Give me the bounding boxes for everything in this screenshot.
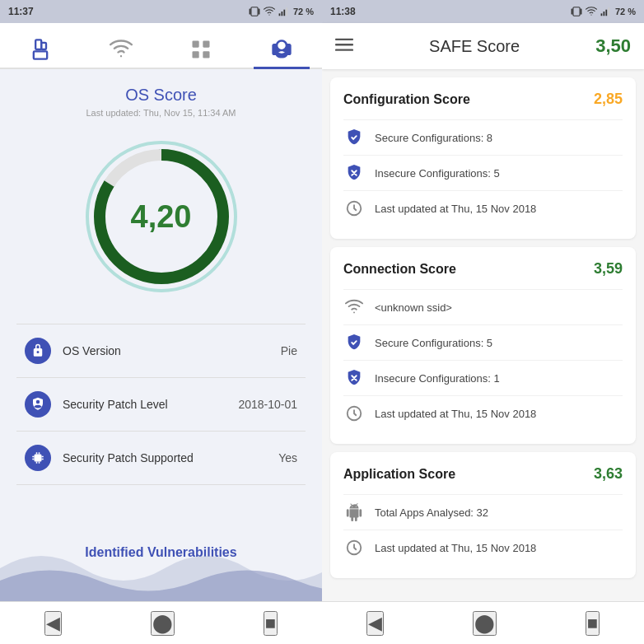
- conn-row-ssid: <unknown ssid>: [343, 289, 623, 324]
- security-patch-label: Security Patch Level: [63, 398, 238, 411]
- app-clock-icon: [343, 537, 365, 558]
- security-patch-supported-value: Yes: [278, 451, 297, 464]
- svg-rect-27: [581, 9, 582, 15]
- shield-x-icon: [345, 164, 363, 182]
- conn-insecure-text: Insecure Configurations: 1: [375, 372, 500, 385]
- wifi-tab-icon: [110, 38, 133, 61]
- svg-rect-19: [32, 459, 34, 460]
- security-patch-icon: [25, 391, 51, 418]
- security-patch-row: Security Patch Level 2018-10-01: [16, 377, 306, 431]
- svg-rect-26: [572, 9, 573, 15]
- right-back-button[interactable]: ◀: [366, 611, 384, 636]
- right-recents-button[interactable]: ■: [586, 611, 600, 636]
- left-panel: 11:37 72 %: [0, 0, 322, 644]
- svg-rect-2: [251, 7, 258, 16]
- config-updated-text: Last updated at Thu, 15 Nov 2018: [375, 203, 536, 215]
- clock-icon3: [345, 539, 363, 557]
- svg-rect-30: [603, 12, 604, 16]
- right-battery: 72 %: [615, 7, 636, 16]
- right-title: SAFE Score: [353, 37, 595, 56]
- safe-score-value: 3,50: [595, 35, 631, 57]
- chip-icon: [30, 450, 45, 465]
- config-title: Configuration Score: [343, 92, 470, 107]
- os-tab-icon: [270, 38, 293, 61]
- conn-title: Connection Score: [343, 262, 456, 277]
- conn-updated-text: Last updated at Thu, 15 Nov 2018: [375, 408, 536, 420]
- security-patch-supported-label: Security Patch Supported: [63, 451, 278, 464]
- config-score: 2,85: [594, 91, 623, 108]
- svg-rect-35: [335, 49, 353, 50]
- gauge-container: 4,20: [79, 134, 244, 299]
- clock-icon: [345, 199, 363, 217]
- app-updated-text: Last updated at Thu, 15 Nov 2018: [375, 542, 536, 554]
- app-score: 3,63: [594, 465, 623, 483]
- left-battery: 72 %: [293, 7, 314, 16]
- nav-tab-apps[interactable]: [173, 31, 229, 68]
- clock-icon2: [345, 404, 363, 422]
- recents-button[interactable]: ■: [264, 611, 278, 636]
- app-row-total: Total Apps Analysed: 32: [343, 494, 623, 530]
- hamburger-menu[interactable]: [335, 35, 353, 58]
- app-title: Application Score: [343, 467, 455, 482]
- home-button[interactable]: ⬤: [151, 611, 175, 636]
- gauge-value: 4,20: [131, 199, 192, 235]
- conn-ssid-text: <unknown ssid>: [375, 301, 452, 314]
- last-updated: Last updated: Thu, Nov 15, 11:34 AM: [86, 108, 236, 118]
- conn-insecure-icon: [343, 367, 365, 389]
- config-card-header: Configuration Score 2,85: [343, 91, 623, 108]
- svg-rect-33: [335, 38, 353, 40]
- nav-tab-os[interactable]: [254, 31, 310, 68]
- svg-rect-6: [286, 7, 287, 16]
- app-card-header: Application Score 3,63: [343, 465, 623, 483]
- svg-rect-9: [34, 51, 47, 58]
- nav-tab-device[interactable]: [12, 31, 68, 68]
- app-android-icon: [343, 502, 365, 523]
- svg-rect-17: [35, 455, 42, 462]
- conn-row-secure: Secure Configurations: 5: [343, 324, 623, 360]
- right-header: SAFE Score 3,50: [322, 23, 644, 69]
- hamburger-icon: [335, 35, 353, 54]
- back-button[interactable]: ◀: [44, 611, 62, 636]
- nav-tab-wifi[interactable]: [93, 31, 149, 68]
- shield-check-icon2: [345, 334, 363, 352]
- right-home-button[interactable]: ⬤: [473, 611, 497, 636]
- svg-rect-21: [42, 459, 44, 460]
- wifi-card-icon: [345, 298, 363, 316]
- svg-rect-24: [36, 462, 38, 464]
- shield-x-icon2: [345, 369, 363, 387]
- right-vibrate-icon: [571, 6, 582, 17]
- security-patch-supported-icon: [25, 445, 51, 471]
- wave-svg: [0, 535, 322, 601]
- conn-secure-icon: [343, 332, 365, 353]
- svg-rect-1: [259, 9, 260, 15]
- svg-rect-5: [283, 10, 285, 16]
- left-bottom-nav: ◀ ⬤ ■: [0, 601, 322, 644]
- right-panel: 11:38 72 % SAFE Score 3,50 Configuration…: [322, 0, 644, 644]
- svg-rect-28: [573, 7, 580, 16]
- os-version-icon: [25, 338, 51, 364]
- bottom-wave: Identified Vulnerabilities: [0, 502, 322, 601]
- config-clock-icon: [343, 198, 365, 219]
- conn-clock-icon: [343, 403, 365, 424]
- conn-row-updated: Last updated at Thu, 15 Nov 2018: [343, 395, 623, 431]
- svg-rect-32: [608, 7, 609, 16]
- config-row-updated: Last updated at Thu, 15 Nov 2018: [343, 190, 623, 226]
- os-score-title: OS Score: [125, 86, 197, 105]
- scroll-spacer: [330, 586, 636, 593]
- svg-rect-20: [42, 456, 44, 458]
- right-time: 11:38: [330, 6, 356, 17]
- config-row-secure: Secure Configurations: 8: [343, 119, 623, 155]
- os-version-label: OS Version: [63, 344, 281, 357]
- svg-rect-22: [36, 452, 38, 454]
- conn-score: 3,59: [594, 260, 623, 278]
- connection-score-card: Connection Score 3,59 <unknown ssid>: [330, 247, 636, 444]
- svg-rect-11: [203, 41, 210, 48]
- config-insecure-text: Insecure Configurations: 5: [375, 167, 500, 180]
- svg-rect-31: [605, 10, 607, 16]
- application-score-card: Application Score 3,63 Total Apps Analys…: [330, 452, 636, 578]
- left-status-icons: 72 %: [249, 6, 314, 17]
- svg-rect-10: [193, 41, 199, 48]
- score-cards: Configuration Score 2,85 Secure Configur…: [322, 69, 644, 601]
- right-bottom-nav: ◀ ⬤ ■: [322, 601, 644, 644]
- configuration-score-card: Configuration Score 2,85 Secure Configur…: [330, 77, 636, 239]
